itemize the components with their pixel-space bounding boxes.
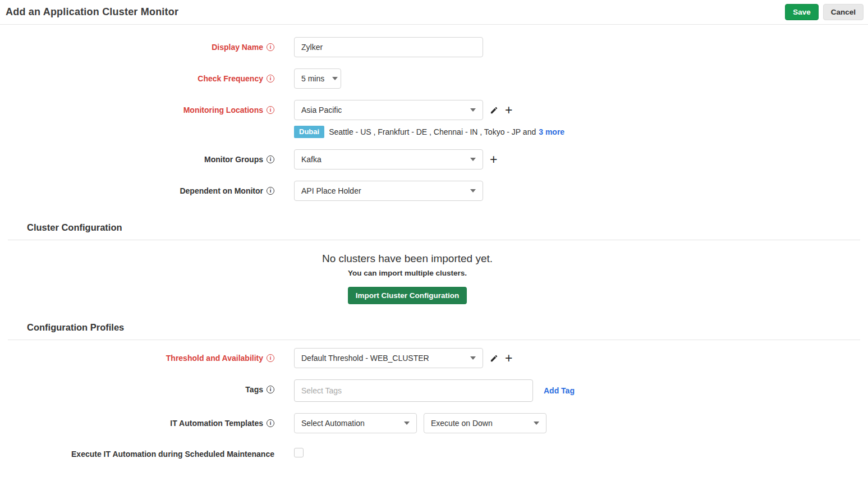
add-location-profile-button[interactable]: + — [505, 104, 512, 116]
more-locations-link[interactable]: 3 more — [539, 127, 564, 136]
chevron-down-icon — [534, 422, 539, 425]
chevron-down-icon — [470, 189, 476, 193]
chevron-down-icon — [470, 356, 476, 360]
page-title: Add an Application Cluster Monitor — [6, 6, 178, 18]
edit-threshold-button[interactable] — [490, 352, 498, 364]
info-icon[interactable]: i — [267, 75, 274, 83]
it-automation-label: IT Automation Templates — [170, 419, 263, 428]
execute-on-value: Execute on Down — [431, 419, 493, 428]
dependent-on-monitor-row: Dependent on Monitor i API Place Holder — [0, 181, 868, 201]
select-automation-value: Select Automation — [301, 419, 365, 428]
dependent-on-monitor-label-group: Dependent on Monitor i — [0, 181, 274, 201]
threshold-label-group: Threshold and Availability i — [0, 348, 274, 368]
add-monitor-group-button[interactable]: + — [490, 154, 497, 165]
chevron-down-icon — [470, 158, 476, 161]
chevron-down-icon — [404, 422, 410, 425]
monitoring-locations-label-group: Monitoring Locations i — [0, 100, 274, 120]
configuration-profiles-content: Threshold and Availability i Default Thr… — [0, 340, 868, 460]
save-button[interactable]: Save — [785, 4, 819, 20]
info-icon[interactable]: i — [267, 386, 274, 393]
monitor-groups-select[interactable]: Kafka — [294, 149, 483, 170]
info-icon[interactable]: i — [267, 43, 274, 51]
display-name-row: Display Name i — [0, 37, 868, 57]
monitoring-locations-label: Monitoring Locations — [183, 106, 263, 114]
top-bar: Add an Application Cluster Monitor Save … — [0, 0, 868, 25]
info-icon[interactable]: i — [267, 187, 274, 195]
monitoring-locations-select[interactable]: Asia Pacific — [294, 100, 483, 120]
it-automation-label-group: IT Automation Templates i — [0, 413, 274, 433]
cancel-button[interactable]: Cancel — [823, 4, 864, 20]
monitoring-locations-value: Asia Pacific — [301, 106, 342, 114]
check-frequency-label: Check Frequency — [198, 74, 263, 83]
monitor-groups-label: Monitor Groups — [204, 155, 263, 164]
empty-state-subtitle: You can import multiple clusters. — [0, 269, 815, 277]
dependent-on-monitor-value: API Place Holder — [301, 186, 361, 195]
display-name-input[interactable] — [294, 37, 483, 57]
maintenance-automation-checkbox[interactable] — [294, 448, 304, 457]
it-automation-row: IT Automation Templates i Select Automat… — [0, 413, 868, 433]
add-threshold-button[interactable]: + — [505, 352, 512, 364]
edit-locations-button[interactable] — [490, 104, 498, 116]
check-frequency-label-group: Check Frequency i — [0, 68, 274, 89]
tags-label: Tags — [245, 385, 263, 394]
check-frequency-value: 5 mins — [301, 74, 324, 83]
dependent-on-monitor-label: Dependent on Monitor — [180, 186, 263, 195]
check-frequency-select[interactable]: 5 mins — [294, 68, 341, 89]
chevron-down-icon — [470, 108, 476, 112]
display-name-label-group: Display Name i — [0, 37, 274, 57]
maintenance-automation-label-group: Execute IT Automation during Scheduled M… — [0, 448, 274, 460]
threshold-select[interactable]: Default Threshold - WEB_CLUSTER — [294, 348, 483, 368]
maintenance-automation-row: Execute IT Automation during Scheduled M… — [0, 448, 868, 460]
configuration-profiles-section-header: Configuration Profiles — [0, 319, 868, 340]
selected-locations-line: Dubai Seattle - US , Frankfurt - DE , Ch… — [294, 126, 564, 138]
monitoring-locations-row: Monitoring Locations i Asia Pacific + Du… — [0, 100, 868, 138]
info-icon[interactable]: i — [267, 106, 274, 114]
tags-row: Tags i Add Tag — [0, 379, 868, 402]
add-icon: + — [505, 353, 512, 363]
edit-icon — [490, 354, 498, 363]
topbar-actions: Save Cancel — [785, 4, 864, 20]
tags-label-group: Tags i — [0, 379, 274, 400]
select-automation-select[interactable]: Select Automation — [294, 413, 417, 433]
import-cluster-configuration-button[interactable]: Import Cluster Configuration — [348, 287, 467, 304]
display-name-label: Display Name — [212, 43, 263, 52]
info-icon[interactable]: i — [267, 419, 274, 427]
monitor-groups-value: Kafka — [301, 155, 322, 164]
info-icon[interactable]: i — [267, 354, 274, 362]
execute-on-select[interactable]: Execute on Down — [424, 413, 546, 433]
cluster-configuration-title: Cluster Configuration — [27, 222, 122, 232]
selected-locations-text: Seattle - US , Frankfurt - DE , Chennai … — [329, 127, 536, 136]
empty-state-title: No clusters have been imported yet. — [0, 253, 815, 265]
maintenance-automation-label: Execute IT Automation during Scheduled M… — [71, 450, 274, 459]
configuration-profiles-title: Configuration Profiles — [27, 322, 124, 332]
tags-input[interactable] — [294, 379, 533, 402]
cluster-configuration-section-header: Cluster Configuration — [0, 212, 868, 240]
add-icon: + — [505, 105, 512, 115]
add-icon: + — [490, 154, 497, 164]
primary-location-badge: Dubai — [294, 126, 324, 138]
threshold-value: Default Threshold - WEB_CLUSTER — [301, 354, 429, 363]
monitor-groups-label-group: Monitor Groups i — [0, 149, 274, 170]
threshold-row: Threshold and Availability i Default Thr… — [0, 348, 868, 368]
form-content: Display Name i Check Frequency i 5 mins … — [0, 25, 868, 460]
edit-icon — [490, 106, 498, 114]
chevron-down-icon — [332, 77, 338, 80]
dependent-on-monitor-select[interactable]: API Place Holder — [294, 181, 483, 201]
add-tag-link[interactable]: Add Tag — [544, 386, 575, 395]
info-icon[interactable]: i — [267, 155, 274, 163]
threshold-label: Threshold and Availability — [166, 354, 263, 363]
check-frequency-row: Check Frequency i 5 mins — [0, 68, 868, 89]
cluster-empty-state: No clusters have been imported yet. You … — [0, 240, 815, 319]
monitor-groups-row: Monitor Groups i Kafka + — [0, 149, 868, 170]
